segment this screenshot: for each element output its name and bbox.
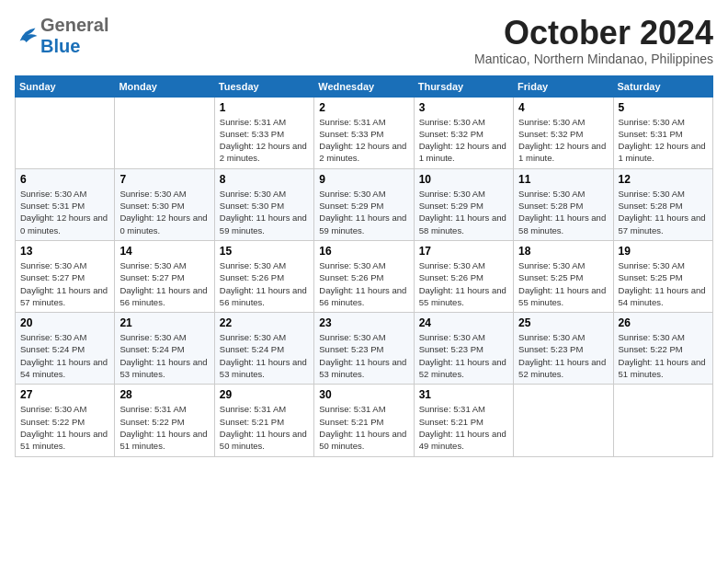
day-info: Sunrise: 5:30 AM Sunset: 5:31 PM Dayligh… (20, 188, 109, 236)
logo-general: General (40, 15, 108, 35)
day-number: 25 (518, 316, 608, 329)
calendar-cell (514, 385, 613, 456)
day-info: Sunrise: 5:30 AM Sunset: 5:24 PM Dayligh… (220, 331, 309, 380)
day-number: 11 (518, 173, 608, 186)
day-number: 16 (319, 245, 408, 258)
calendar-cell: 22Sunrise: 5:30 AM Sunset: 5:24 PM Dayli… (214, 313, 313, 385)
logo-blue: Blue (40, 36, 80, 56)
title-section: October 2024 Manticao, Northern Mindanao… (474, 15, 713, 66)
day-info: Sunrise: 5:30 AM Sunset: 5:25 PM Dayligh… (518, 259, 608, 308)
day-number: 7 (119, 173, 209, 186)
day-number: 24 (419, 316, 508, 329)
day-info: Sunrise: 5:30 AM Sunset: 5:22 PM Dayligh… (20, 403, 109, 452)
day-number: 14 (119, 245, 209, 258)
day-info: Sunrise: 5:30 AM Sunset: 5:26 PM Dayligh… (319, 259, 408, 308)
day-number: 23 (319, 316, 408, 329)
day-number: 6 (20, 173, 109, 186)
calendar-cell (115, 97, 214, 168)
day-info: Sunrise: 5:30 AM Sunset: 5:31 PM Dayligh… (619, 116, 708, 165)
day-number: 8 (220, 173, 309, 186)
day-number: 1 (220, 101, 309, 114)
day-number: 27 (20, 388, 109, 401)
day-number: 26 (619, 316, 708, 329)
calendar-cell: 11Sunrise: 5:30 AM Sunset: 5:28 PM Dayli… (514, 168, 613, 240)
page-header: General Blue October 2024 Manticao, Nort… (15, 15, 713, 66)
calendar-cell: 17Sunrise: 5:30 AM Sunset: 5:26 PM Dayli… (414, 240, 513, 312)
calendar-table: SundayMondayTuesdayWednesdayThursdayFrid… (15, 75, 713, 457)
day-number: 19 (619, 245, 708, 258)
day-info: Sunrise: 5:31 AM Sunset: 5:33 PM Dayligh… (220, 116, 309, 165)
day-info: Sunrise: 5:31 AM Sunset: 5:33 PM Dayligh… (319, 116, 408, 165)
calendar-cell: 4Sunrise: 5:30 AM Sunset: 5:32 PM Daylig… (514, 97, 613, 168)
day-number: 15 (220, 245, 309, 258)
day-info: Sunrise: 5:30 AM Sunset: 5:23 PM Dayligh… (419, 331, 508, 380)
day-info: Sunrise: 5:30 AM Sunset: 5:32 PM Dayligh… (518, 116, 608, 165)
calendar-cell (613, 385, 712, 456)
day-info: Sunrise: 5:30 AM Sunset: 5:24 PM Dayligh… (119, 331, 209, 380)
calendar-cell: 27Sunrise: 5:30 AM Sunset: 5:22 PM Dayli… (16, 385, 115, 456)
day-info: Sunrise: 5:31 AM Sunset: 5:22 PM Dayligh… (119, 403, 209, 452)
day-info: Sunrise: 5:30 AM Sunset: 5:29 PM Dayligh… (319, 188, 408, 236)
day-info: Sunrise: 5:30 AM Sunset: 5:30 PM Dayligh… (220, 188, 309, 236)
day-number: 9 (319, 173, 408, 186)
day-number: 21 (119, 316, 209, 329)
day-number: 17 (419, 245, 508, 258)
day-number: 2 (319, 101, 408, 114)
day-info: Sunrise: 5:30 AM Sunset: 5:24 PM Dayligh… (20, 331, 109, 380)
header-monday: Monday (115, 75, 214, 97)
day-number: 13 (20, 245, 109, 258)
day-number: 10 (419, 173, 508, 186)
calendar-cell: 3Sunrise: 5:30 AM Sunset: 5:32 PM Daylig… (414, 97, 513, 168)
day-info: Sunrise: 5:30 AM Sunset: 5:22 PM Dayligh… (619, 331, 708, 380)
day-info: Sunrise: 5:30 AM Sunset: 5:30 PM Dayligh… (119, 188, 209, 236)
calendar-cell: 16Sunrise: 5:30 AM Sunset: 5:26 PM Dayli… (314, 240, 414, 312)
day-info: Sunrise: 5:31 AM Sunset: 5:21 PM Dayligh… (319, 403, 408, 452)
calendar-cell: 2Sunrise: 5:31 AM Sunset: 5:33 PM Daylig… (314, 97, 414, 168)
day-number: 31 (419, 388, 508, 401)
calendar-cell: 6Sunrise: 5:30 AM Sunset: 5:31 PM Daylig… (16, 168, 115, 240)
logo-bird-icon (15, 23, 40, 49)
day-info: Sunrise: 5:30 AM Sunset: 5:23 PM Dayligh… (518, 331, 608, 380)
calendar-cell: 9Sunrise: 5:30 AM Sunset: 5:29 PM Daylig… (314, 168, 414, 240)
month-title: October 2024 (474, 15, 713, 52)
calendar-week-1: 1Sunrise: 5:31 AM Sunset: 5:33 PM Daylig… (16, 97, 713, 168)
calendar-cell: 18Sunrise: 5:30 AM Sunset: 5:25 PM Dayli… (514, 240, 613, 312)
calendar-week-5: 27Sunrise: 5:30 AM Sunset: 5:22 PM Dayli… (16, 385, 713, 456)
calendar-cell: 24Sunrise: 5:30 AM Sunset: 5:23 PM Dayli… (414, 313, 513, 385)
day-info: Sunrise: 5:30 AM Sunset: 5:26 PM Dayligh… (419, 259, 508, 308)
day-info: Sunrise: 5:30 AM Sunset: 5:32 PM Dayligh… (419, 116, 508, 165)
calendar-cell: 23Sunrise: 5:30 AM Sunset: 5:23 PM Dayli… (314, 313, 414, 385)
day-number: 20 (20, 316, 109, 329)
calendar-cell: 12Sunrise: 5:30 AM Sunset: 5:28 PM Dayli… (613, 168, 712, 240)
day-number: 30 (319, 388, 408, 401)
day-number: 29 (220, 388, 309, 401)
header-wednesday: Wednesday (314, 75, 414, 97)
day-info: Sunrise: 5:31 AM Sunset: 5:21 PM Dayligh… (220, 403, 309, 452)
day-info: Sunrise: 5:30 AM Sunset: 5:25 PM Dayligh… (619, 259, 708, 308)
calendar-cell: 26Sunrise: 5:30 AM Sunset: 5:22 PM Dayli… (613, 313, 712, 385)
day-number: 18 (518, 245, 608, 258)
header-friday: Friday (514, 75, 613, 97)
header-sunday: Sunday (16, 75, 115, 97)
calendar-cell: 20Sunrise: 5:30 AM Sunset: 5:24 PM Dayli… (16, 313, 115, 385)
day-info: Sunrise: 5:30 AM Sunset: 5:27 PM Dayligh… (119, 259, 209, 308)
calendar-header-row: SundayMondayTuesdayWednesdayThursdayFrid… (16, 75, 713, 97)
calendar-cell: 13Sunrise: 5:30 AM Sunset: 5:27 PM Dayli… (16, 240, 115, 312)
header-tuesday: Tuesday (214, 75, 313, 97)
day-info: Sunrise: 5:30 AM Sunset: 5:29 PM Dayligh… (419, 188, 508, 236)
calendar-cell: 8Sunrise: 5:30 AM Sunset: 5:30 PM Daylig… (214, 168, 313, 240)
day-info: Sunrise: 5:30 AM Sunset: 5:28 PM Dayligh… (518, 188, 608, 236)
day-number: 3 (419, 101, 508, 114)
header-saturday: Saturday (613, 75, 712, 97)
calendar-cell: 30Sunrise: 5:31 AM Sunset: 5:21 PM Dayli… (314, 385, 414, 456)
calendar-cell: 1Sunrise: 5:31 AM Sunset: 5:33 PM Daylig… (214, 97, 313, 168)
calendar-cell: 19Sunrise: 5:30 AM Sunset: 5:25 PM Dayli… (613, 240, 712, 312)
calendar-week-4: 20Sunrise: 5:30 AM Sunset: 5:24 PM Dayli… (16, 313, 713, 385)
day-number: 4 (518, 101, 608, 114)
day-number: 28 (119, 388, 209, 401)
day-number: 22 (220, 316, 309, 329)
calendar-cell: 21Sunrise: 5:30 AM Sunset: 5:24 PM Dayli… (115, 313, 214, 385)
header-thursday: Thursday (414, 75, 513, 97)
calendar-cell: 7Sunrise: 5:30 AM Sunset: 5:30 PM Daylig… (115, 168, 214, 240)
calendar-cell: 25Sunrise: 5:30 AM Sunset: 5:23 PM Dayli… (514, 313, 613, 385)
